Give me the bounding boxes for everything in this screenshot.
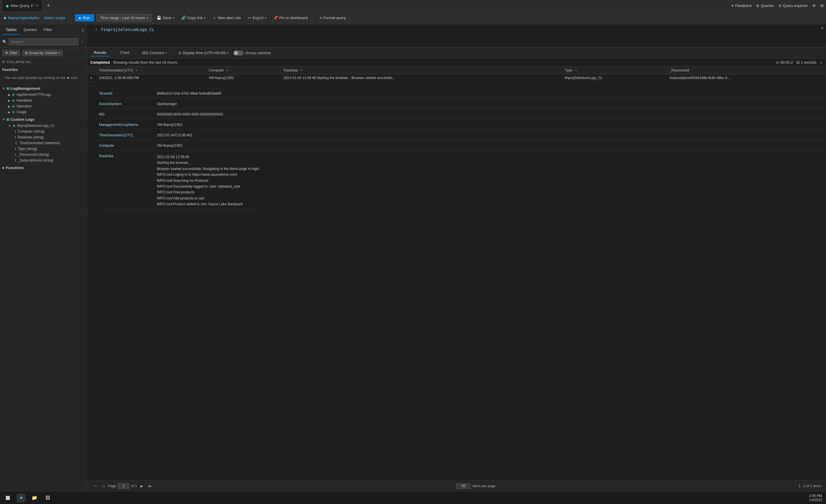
log-management-header[interactable]: ▼ ⊞ LogManagement [0, 85, 86, 92]
row-expand-arrow[interactable]: ▼ [90, 76, 93, 80]
subitem-type[interactable]: t Type (string) [0, 146, 86, 152]
query-explorer-btn[interactable]: ⊟ Query explorer [778, 3, 808, 8]
detail-row-computer: Computer VM-finproj21952 [87, 141, 826, 151]
settings-icon[interactable]: ⚙ [812, 3, 816, 8]
favorites-label: Favorites [0, 66, 86, 73]
columns-icon: ⊟⊟ [142, 51, 148, 55]
detail-val-computer: VM-finproj21952 [157, 142, 823, 149]
detail-key-mgname: ManagementGroupName [99, 121, 157, 129]
ellipsis-row: … [87, 82, 826, 88]
query-line-1: 1 finprojSeleniumLogs_CL [87, 26, 826, 33]
results-status-bar: Completed . Showing results from the las… [87, 59, 826, 67]
filter-icon[interactable]: ▼ [226, 69, 229, 72]
records-icon: ⊟ [796, 60, 800, 65]
divider2: | [135, 51, 137, 55]
group-by-btn[interactable]: ⊞ Group by: Solution ▾ [22, 50, 63, 56]
detail-val-tg: 2021-01-04T13:38:46Z [157, 132, 823, 139]
pin-btn[interactable]: 📌 Pin to dashboard [271, 14, 310, 21]
expand-cell[interactable]: ▼ [87, 74, 96, 82]
star-icon: ★ [67, 76, 70, 80]
queries-btn[interactable]: ⊞ Queries [756, 3, 774, 8]
filter-btn[interactable]: ▼ Filter [2, 50, 20, 56]
play-icon: ▶ [79, 16, 81, 19]
subitem-rawdata[interactable]: t RawData (string) [0, 134, 86, 140]
taskbar-icon-square[interactable] [3, 494, 12, 502]
toggle-switch[interactable] [233, 50, 244, 56]
editor-collapse-btn[interactable]: ∧ [821, 25, 824, 30]
tab-results[interactable]: Results [90, 49, 110, 56]
cell-timegenerated: 1/4/2021, 1:38:46.000 PM [96, 74, 206, 82]
page-input[interactable] [118, 483, 129, 489]
expand-results-btn[interactable]: ∨ [820, 61, 823, 65]
heart-icon: ♥ [731, 3, 734, 8]
taskbar-icon-folder[interactable]: 📁 [30, 494, 39, 502]
taskbar-datetime: 2:45 PM 1/4/2021 [809, 494, 823, 502]
subitem-subscriptionid[interactable]: t _SubscriptionId (string) [0, 158, 86, 163]
taskbar-icon-vscode[interactable]: ✦ [17, 494, 25, 502]
alert-icon: ＋ [213, 15, 216, 20]
tree-item-appservice[interactable]: ▶ ⊞ AppServiceHTTPLogs [0, 92, 86, 98]
new-alert-btn[interactable]: ＋ New alert rule [210, 14, 243, 22]
chevron-icon: ▶ [8, 111, 10, 114]
columns-btn[interactable]: ⊟⊟ Columns ▾ [139, 50, 169, 56]
tree-item-heartbeat[interactable]: ▶ ⊞ Heartbeat [0, 98, 86, 103]
tab-filter[interactable]: Filter [40, 25, 56, 35]
layout-icon[interactable]: ⊞ [821, 3, 824, 8]
items-per-page-input[interactable] [456, 483, 471, 489]
rawdata-lines: 2021-01-04 13:38:46 Starting the browser… [157, 152, 260, 209]
custom-logs-header[interactable]: ▼ ⊞ Custom Logs [0, 116, 86, 123]
filter-icon[interactable]: ▼ [300, 69, 303, 72]
select-scope-btn[interactable]: Select scope [42, 15, 68, 20]
query-text-1[interactable]: finprojSeleniumLogs_CL [101, 27, 154, 32]
add-tab-btn[interactable]: + [45, 0, 52, 11]
export-btn[interactable]: ↦ Export ▾ [245, 14, 269, 21]
results-table: TimeGenerated [UTC] ▼ Computer ▼ RawData… [87, 67, 826, 211]
time-icon: ⊙ [776, 60, 779, 65]
close-icon[interactable]: ✕ [36, 4, 39, 7]
taskbar-icon-image[interactable]: 🖼 [44, 494, 52, 502]
tab-chart[interactable]: Chart [117, 49, 133, 56]
detail-key-mg: MG [99, 111, 157, 118]
log-management-group: ▼ ⊞ LogManagement ▶ ⊞ AppServiceHTTPLogs… [0, 84, 86, 116]
page-nav: ⏮ ◀ Page of 1 ▶ ⏭ [92, 483, 154, 489]
functions-header[interactable]: ▶ Functions [0, 165, 86, 171]
save-btn[interactable]: 💾 Save ▾ [154, 14, 177, 21]
custom-logs-group: ▼ ⊞ Custom Logs ▼ ⊞ finprojSeleniumLogs_… [0, 116, 86, 164]
rawdata-line: INFO:root:Loging in to https://www.sauce… [157, 172, 260, 178]
rawdata-cell: RawData 2021-01-04 13:38:46 Starting the… [96, 151, 826, 211]
first-page-btn[interactable]: ⏮ [92, 484, 99, 489]
format-query-btn[interactable]: ≡ Format query [317, 14, 348, 21]
collapse-sidebar-btn[interactable]: ⟨⟨ [81, 28, 84, 33]
collapse-all-row[interactable]: ⊟ COLLAPSE ALL [0, 58, 86, 65]
detail-cells: ManagementGroupName VM-finproj21952 [96, 120, 826, 130]
display-time-btn[interactable]: ⊙ Display time (UTC+00:00) ▾ [176, 50, 231, 56]
next-page-btn[interactable]: ▶ [139, 484, 145, 489]
tree-item-finproj[interactable]: ▼ ⊞ finprojSeleniumLogs_CL [0, 123, 86, 129]
subitem-resourceid[interactable]: t _ResourceId (string) [0, 152, 86, 158]
detail-row-mg: MG 00000000-0000-0000-0000-000000000002 [87, 110, 826, 120]
time-range-btn[interactable]: Time range : Last 24 hours ▾ [97, 14, 152, 22]
detail-key-tenantid: TenantId [99, 90, 157, 97]
feedback-btn[interactable]: ♥ Feedback [731, 3, 752, 8]
group-columns-label: Group columns [245, 51, 271, 55]
expand-col-header [87, 67, 96, 74]
run-btn[interactable]: ▶ Run [75, 14, 94, 21]
filter-icon[interactable]: ▼ [135, 69, 138, 72]
last-page-btn[interactable]: ⏭ [146, 484, 154, 489]
tree-item-operation[interactable]: ▶ ⊞ Operation [0, 103, 86, 109]
copy-link-btn[interactable]: 🔗 Copy link ▾ [179, 14, 208, 21]
taskbar: ✦ 📁 🖼 2:45 PM 1/4/2021 [0, 491, 826, 504]
more-icon[interactable]: ⋮ [80, 40, 84, 44]
workspace-icon: ◆ [3, 16, 6, 20]
query-tab[interactable]: ◆ New Query 1* ✕ [2, 0, 42, 11]
filter-icon[interactable]: ▼ [574, 69, 577, 72]
tab-tables[interactable]: Tables [2, 25, 20, 35]
rawdata-line: 2021-01-04 13:38:46 [157, 154, 260, 160]
tab-queries[interactable]: Queries [20, 25, 41, 35]
search-input[interactable] [9, 38, 78, 46]
prev-page-btn[interactable]: ◀ [100, 484, 106, 489]
subitem-computer[interactable]: t Computer (string) [0, 129, 86, 134]
tree-item-usage[interactable]: ▶ ⊞ Usage [0, 109, 86, 115]
subitem-timegenerated[interactable]: ⊙ TimeGenerated (datetime) [0, 140, 86, 146]
link-icon: 🔗 [181, 16, 186, 20]
